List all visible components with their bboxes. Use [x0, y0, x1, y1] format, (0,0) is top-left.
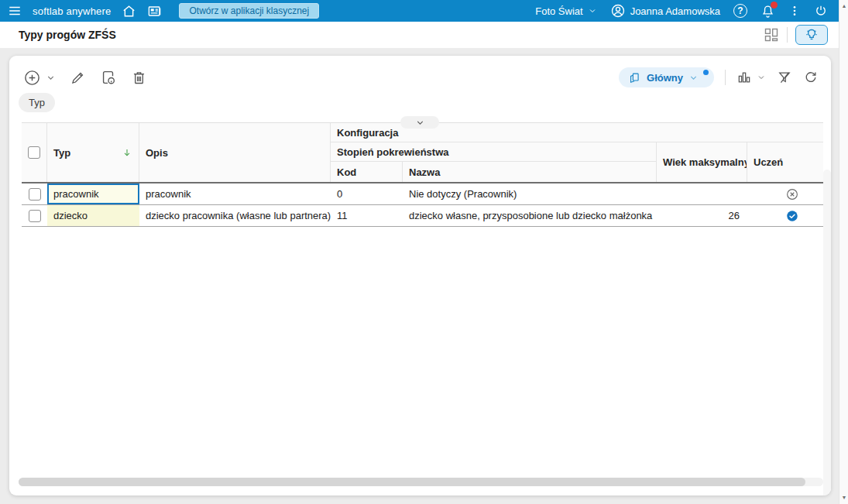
lightbulb-icon [804, 27, 819, 43]
open-classic-app-button[interactable]: Otwórz w aplikacji klasycznej [179, 3, 319, 19]
add-button[interactable] [23, 69, 56, 87]
divider [725, 70, 726, 85]
home-icon[interactable] [122, 4, 136, 19]
column-header-nazwa[interactable]: Nazwa [403, 162, 657, 182]
column-group-stopien-pokrewienstwa[interactable]: Stopień pokrewieństwa [331, 142, 657, 162]
grid-vertical-scrollbar[interactable] [823, 170, 831, 495]
grid-toolbar: Główny [9, 56, 831, 88]
tips-toggle-button[interactable] [795, 25, 828, 45]
data-grid: Typ Opis Konfiguracja Stopień pokrewieńs… [22, 122, 823, 227]
page-header: Typy progów ZFŚS [0, 22, 839, 48]
top-app-bar: softlab anywhere Otwórz w aplikacji klas… [0, 0, 839, 22]
column-header-uczen[interactable]: Uczeń [747, 142, 823, 182]
cell-wiek[interactable]: 26 [657, 205, 747, 226]
user-menu[interactable]: Joanna Adamowska [610, 3, 720, 19]
notification-dot [771, 2, 778, 9]
chevron-down-icon [415, 118, 425, 128]
main-area: Główny Typ [0, 48, 839, 504]
cell-kod[interactable]: 11 [331, 205, 403, 226]
edit-button[interactable] [70, 70, 86, 86]
cell-typ[interactable]: dziecko [47, 205, 139, 226]
trash-icon [131, 70, 147, 86]
column-header-wiek-maksymalny[interactable]: Wiek maksymalny [657, 142, 747, 182]
help-icon[interactable]: ? [733, 4, 747, 18]
sort-down-icon [122, 147, 132, 158]
scroll-up-arrow[interactable]: ▲ [839, 2, 848, 11]
circle-check-icon [785, 209, 799, 223]
row-checkbox[interactable] [29, 188, 41, 201]
cell-uczen[interactable] [747, 205, 823, 226]
edit-pencil-icon [70, 70, 86, 86]
user-circle-icon [610, 3, 626, 19]
company-name: Foto Świat [535, 5, 582, 17]
company-selector[interactable]: Foto Świat [535, 5, 596, 17]
column-header-kod[interactable]: Kod [331, 162, 403, 182]
bar-chart-icon [736, 70, 752, 85]
chevron-down-icon [46, 73, 56, 83]
kebab-menu-icon[interactable] [788, 5, 801, 17]
window-scrollbar[interactable]: ▲ ▼ [839, 0, 848, 504]
scroll-down-arrow[interactable]: ▼ [839, 493, 848, 502]
table-row[interactable]: dziecko dziecko pracownika (własne lub p… [22, 205, 823, 227]
dashboard-icon[interactable] [764, 27, 779, 43]
row-checkbox[interactable] [29, 210, 41, 222]
chevron-down-icon [688, 73, 699, 83]
details-button[interactable] [100, 69, 117, 86]
cell-opis[interactable]: dziecko pracownika (własne lub partnera) [139, 205, 331, 226]
menu-icon[interactable] [8, 4, 22, 18]
user-name: Joanna Adamowska [630, 5, 720, 17]
collapse-group-button[interactable] [400, 116, 439, 129]
filter-off-icon [777, 70, 792, 85]
app-name: softlab anywhere [33, 5, 111, 17]
cell-uczen[interactable] [747, 183, 823, 204]
column-tag-typ[interactable]: Typ [19, 93, 55, 112]
view-book-icon [628, 71, 641, 84]
view-modified-dot [703, 70, 709, 75]
table-row[interactable]: pracownik pracownik 0 Nie dotyczy (Praco… [22, 183, 823, 205]
chart-button[interactable] [736, 70, 766, 85]
notifications-button[interactable] [760, 4, 775, 19]
page-title: Typy progów ZFŚS [19, 29, 116, 41]
circle-cross-icon [785, 187, 799, 201]
newspaper-icon[interactable] [147, 4, 162, 19]
cell-opis[interactable]: pracownik [139, 183, 331, 204]
divider [787, 27, 788, 43]
refresh-icon [803, 70, 819, 85]
view-name: Główny [647, 72, 683, 84]
cell-nazwa[interactable]: dziecko własne, przysposobione lub dziec… [403, 205, 657, 226]
clear-filter-button[interactable] [777, 70, 792, 85]
select-all-checkbox[interactable] [28, 146, 40, 159]
cell-nazwa[interactable]: Nie dotyczy (Pracownik) [403, 183, 657, 204]
delete-button[interactable] [131, 70, 147, 86]
column-header-typ[interactable]: Typ [47, 123, 139, 182]
cell-typ-focused[interactable]: pracownik [47, 183, 139, 204]
scrollbar-thumb[interactable] [19, 478, 805, 486]
document-info-icon [100, 69, 117, 86]
cell-wiek[interactable] [657, 183, 747, 204]
add-circle-icon [23, 69, 41, 87]
grid-horizontal-scrollbar[interactable] [19, 478, 823, 486]
chevron-down-icon [757, 73, 766, 82]
chevron-down-icon [588, 6, 597, 15]
power-icon[interactable] [814, 4, 828, 18]
table-header: Typ Opis Konfiguracja Stopień pokrewieńs… [22, 122, 823, 183]
select-all-cell [22, 123, 47, 182]
cell-kod[interactable]: 0 [331, 183, 403, 204]
content-card: Główny Typ [9, 56, 831, 495]
column-header-opis[interactable]: Opis [139, 123, 331, 182]
refresh-button[interactable] [803, 70, 819, 85]
view-selector-chip[interactable]: Główny [619, 67, 714, 87]
